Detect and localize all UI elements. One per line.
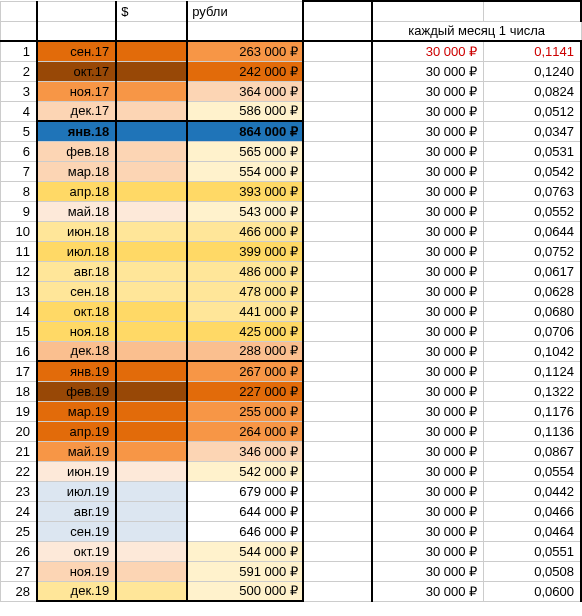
pct-cell[interactable]: 0,0542 xyxy=(484,161,581,181)
rub-cell[interactable]: 864 000 ₽ xyxy=(187,121,303,141)
row-index[interactable]: 27 xyxy=(1,561,38,581)
amount-cell[interactable]: 30 000 ₽ xyxy=(372,521,484,541)
pct-cell[interactable]: 0,0600 xyxy=(484,581,581,601)
pct-cell[interactable]: 0,1124 xyxy=(484,361,581,381)
pct-cell[interactable]: 0,0442 xyxy=(484,481,581,501)
month-cell[interactable]: окт.19 xyxy=(37,541,116,561)
dollar-cell[interactable] xyxy=(116,461,187,481)
amount-cell[interactable]: 30 000 ₽ xyxy=(372,181,484,201)
dollar-cell[interactable] xyxy=(116,541,187,561)
month-cell[interactable]: сен.18 xyxy=(37,281,116,301)
amount-cell[interactable]: 30 000 ₽ xyxy=(372,421,484,441)
pct-cell[interactable]: 0,0824 xyxy=(484,81,581,101)
amount-cell[interactable]: 30 000 ₽ xyxy=(372,221,484,241)
dollar-cell[interactable] xyxy=(116,521,187,541)
month-cell[interactable]: дек.18 xyxy=(37,341,116,361)
pct-cell[interactable]: 0,0763 xyxy=(484,181,581,201)
month-cell[interactable]: авг.18 xyxy=(37,261,116,281)
rub-cell[interactable]: 544 000 ₽ xyxy=(187,541,303,561)
pct-cell[interactable]: 0,0752 xyxy=(484,241,581,261)
amount-cell[interactable]: 30 000 ₽ xyxy=(372,481,484,501)
amount-cell[interactable]: 30 000 ₽ xyxy=(372,441,484,461)
pct-cell[interactable]: 0,0617 xyxy=(484,261,581,281)
dollar-cell[interactable] xyxy=(116,281,187,301)
row-index[interactable]: 15 xyxy=(1,321,38,341)
amount-cell[interactable]: 30 000 ₽ xyxy=(372,461,484,481)
rub-cell[interactable]: 242 000 ₽ xyxy=(187,61,303,81)
row-index[interactable]: 4 xyxy=(1,101,38,121)
row-index[interactable]: 12 xyxy=(1,261,38,281)
row-index[interactable]: 19 xyxy=(1,401,38,421)
pct-cell[interactable]: 0,0466 xyxy=(484,501,581,521)
rub-cell[interactable]: 565 000 ₽ xyxy=(187,141,303,161)
pct-cell[interactable]: 0,0552 xyxy=(484,201,581,221)
rub-cell[interactable]: 586 000 ₽ xyxy=(187,101,303,121)
dollar-cell[interactable] xyxy=(116,201,187,221)
month-cell[interactable]: мар.18 xyxy=(37,161,116,181)
month-cell[interactable]: фев.18 xyxy=(37,141,116,161)
row-index[interactable]: 16 xyxy=(1,341,38,361)
month-cell[interactable]: дек.19 xyxy=(37,581,116,601)
dollar-cell[interactable] xyxy=(116,381,187,401)
amount-cell[interactable]: 30 000 ₽ xyxy=(372,381,484,401)
rub-cell[interactable]: 425 000 ₽ xyxy=(187,321,303,341)
rub-cell[interactable]: 500 000 ₽ xyxy=(187,581,303,601)
row-index[interactable]: 11 xyxy=(1,241,38,261)
pct-cell[interactable]: 0,0554 xyxy=(484,461,581,481)
row-index[interactable]: 6 xyxy=(1,141,38,161)
dollar-cell[interactable] xyxy=(116,421,187,441)
pct-cell[interactable]: 0,0628 xyxy=(484,281,581,301)
amount-cell[interactable]: 30 000 ₽ xyxy=(372,61,484,81)
rub-cell[interactable]: 255 000 ₽ xyxy=(187,401,303,421)
month-cell[interactable]: мар.19 xyxy=(37,401,116,421)
pct-cell[interactable]: 0,0706 xyxy=(484,321,581,341)
pct-cell[interactable]: 0,0531 xyxy=(484,141,581,161)
month-cell[interactable]: авг.19 xyxy=(37,501,116,521)
dollar-cell[interactable] xyxy=(116,401,187,421)
dollar-cell[interactable] xyxy=(116,181,187,201)
pct-cell[interactable]: 0,1141 xyxy=(484,41,581,61)
month-cell[interactable]: май.19 xyxy=(37,441,116,461)
amount-cell[interactable]: 30 000 ₽ xyxy=(372,281,484,301)
month-cell[interactable]: сен.19 xyxy=(37,521,116,541)
month-cell[interactable]: янв.19 xyxy=(37,361,116,381)
dollar-cell[interactable] xyxy=(116,61,187,81)
header-dollar[interactable]: $ xyxy=(116,1,187,21)
month-cell[interactable]: апр.19 xyxy=(37,421,116,441)
rub-cell[interactable]: 227 000 ₽ xyxy=(187,381,303,401)
rub-cell[interactable]: 466 000 ₽ xyxy=(187,221,303,241)
rub-cell[interactable]: 543 000 ₽ xyxy=(187,201,303,221)
month-cell[interactable]: фев.19 xyxy=(37,381,116,401)
row-index[interactable]: 20 xyxy=(1,421,38,441)
spreadsheet-table[interactable]: $ рубли каждый месяц 1 числа 1сен.17263 … xyxy=(0,0,582,602)
month-cell[interactable]: июн.18 xyxy=(37,221,116,241)
amount-cell[interactable]: 30 000 ₽ xyxy=(372,561,484,581)
amount-cell[interactable]: 30 000 ₽ xyxy=(372,301,484,321)
rub-cell[interactable]: 263 000 ₽ xyxy=(187,41,303,61)
rub-cell[interactable]: 591 000 ₽ xyxy=(187,561,303,581)
amount-cell[interactable]: 30 000 ₽ xyxy=(372,161,484,181)
amount-cell[interactable]: 30 000 ₽ xyxy=(372,541,484,561)
pct-cell[interactable]: 0,0512 xyxy=(484,101,581,121)
dollar-cell[interactable] xyxy=(116,221,187,241)
rub-cell[interactable]: 393 000 ₽ xyxy=(187,181,303,201)
dollar-cell[interactable] xyxy=(116,301,187,321)
month-cell[interactable]: май.18 xyxy=(37,201,116,221)
dollar-cell[interactable] xyxy=(116,261,187,281)
month-cell[interactable]: июл.18 xyxy=(37,241,116,261)
dollar-cell[interactable] xyxy=(116,241,187,261)
dollar-cell[interactable] xyxy=(116,441,187,461)
header-rubles[interactable]: рубли xyxy=(187,1,303,21)
rub-cell[interactable]: 267 000 ₽ xyxy=(187,361,303,381)
dollar-cell[interactable] xyxy=(116,141,187,161)
row-index[interactable]: 25 xyxy=(1,521,38,541)
row-index[interactable]: 2 xyxy=(1,61,38,81)
amount-cell[interactable]: 30 000 ₽ xyxy=(372,321,484,341)
row-index[interactable]: 8 xyxy=(1,181,38,201)
amount-cell[interactable]: 30 000 ₽ xyxy=(372,41,484,61)
row-index[interactable]: 14 xyxy=(1,301,38,321)
amount-cell[interactable]: 30 000 ₽ xyxy=(372,581,484,601)
pct-cell[interactable]: 0,0347 xyxy=(484,121,581,141)
dollar-cell[interactable] xyxy=(116,41,187,61)
rub-cell[interactable]: 542 000 ₽ xyxy=(187,461,303,481)
